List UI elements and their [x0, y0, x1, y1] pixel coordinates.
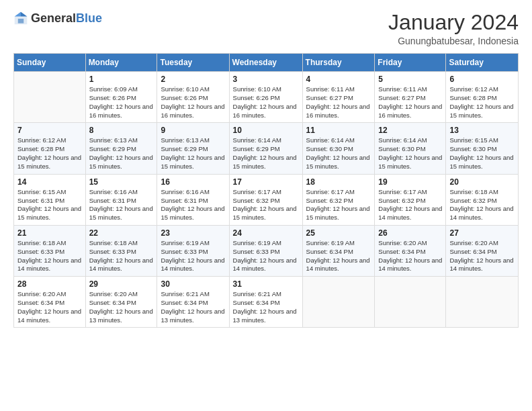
calendar-week-row: 21Sunrise: 6:18 AMSunset: 6:33 PMDayligh…: [14, 225, 519, 276]
day-number: 16: [161, 177, 225, 187]
weekday-row: SundayMondayTuesdayWednesdayThursdayFrid…: [14, 54, 519, 72]
weekday-header: Monday: [85, 54, 157, 72]
calendar-cell: 10Sunrise: 6:14 AMSunset: 6:29 PMDayligh…: [229, 123, 302, 174]
calendar-cell: 19Sunrise: 6:17 AMSunset: 6:32 PMDayligh…: [375, 174, 446, 225]
calendar-cell: 22Sunrise: 6:18 AMSunset: 6:33 PMDayligh…: [85, 225, 157, 276]
calendar-cell: 27Sunrise: 6:20 AMSunset: 6:34 PMDayligh…: [446, 225, 519, 276]
calendar-cell: 17Sunrise: 6:17 AMSunset: 6:32 PMDayligh…: [229, 174, 302, 225]
calendar-cell: 20Sunrise: 6:18 AMSunset: 6:32 PMDayligh…: [446, 174, 519, 225]
weekday-header: Wednesday: [229, 54, 302, 72]
calendar-cell: 16Sunrise: 6:16 AMSunset: 6:31 PMDayligh…: [157, 174, 229, 225]
svg-marker-2: [15, 12, 21, 17]
day-info: Sunrise: 6:18 AMSunset: 6:33 PMDaylight:…: [17, 239, 82, 273]
calendar-cell: [14, 72, 86, 123]
day-info: Sunrise: 6:20 AMSunset: 6:34 PMDaylight:…: [89, 290, 154, 324]
day-info: Sunrise: 6:11 AMSunset: 6:27 PMDaylight:…: [378, 85, 442, 120]
calendar-cell: 28Sunrise: 6:20 AMSunset: 6:34 PMDayligh…: [14, 277, 86, 328]
day-number: 13: [449, 126, 515, 135]
day-info: Sunrise: 6:13 AMSunset: 6:29 PMDaylight:…: [161, 136, 225, 171]
day-info: Sunrise: 6:21 AMSunset: 6:34 PMDaylight:…: [161, 290, 225, 324]
logo-text: GeneralBlue: [31, 12, 102, 24]
day-number: 28: [17, 279, 82, 289]
page: GeneralBlue January 2024 Gunungbatubesar…: [0, 0, 532, 411]
header: GeneralBlue January 2024 Gunungbatubesar…: [13, 11, 519, 46]
calendar-cell: [302, 277, 375, 328]
day-number: 3: [233, 75, 299, 84]
day-number: 26: [378, 228, 442, 238]
weekday-header: Friday: [375, 54, 446, 72]
calendar-cell: 1Sunrise: 6:09 AMSunset: 6:26 PMDaylight…: [85, 72, 157, 123]
day-number: 12: [378, 126, 442, 135]
day-info: Sunrise: 6:19 AMSunset: 6:33 PMDaylight:…: [233, 239, 299, 273]
day-info: Sunrise: 6:17 AMSunset: 6:32 PMDaylight:…: [378, 188, 442, 222]
day-info: Sunrise: 6:15 AMSunset: 6:30 PMDaylight:…: [449, 136, 515, 171]
day-number: 25: [306, 228, 371, 238]
calendar-body: 1Sunrise: 6:09 AMSunset: 6:26 PMDaylight…: [14, 72, 519, 328]
calendar-cell: 2Sunrise: 6:10 AMSunset: 6:26 PMDaylight…: [157, 72, 229, 123]
calendar-cell: 4Sunrise: 6:11 AMSunset: 6:27 PMDaylight…: [302, 72, 375, 123]
calendar-cell: 25Sunrise: 6:19 AMSunset: 6:34 PMDayligh…: [302, 225, 375, 276]
day-number: 6: [449, 75, 515, 84]
calendar-cell: 5Sunrise: 6:11 AMSunset: 6:27 PMDaylight…: [375, 72, 446, 123]
day-info: Sunrise: 6:17 AMSunset: 6:32 PMDaylight:…: [233, 188, 299, 222]
calendar-title: January 2024: [388, 11, 519, 34]
day-number: 10: [233, 126, 299, 135]
calendar-header: SundayMondayTuesdayWednesdayThursdayFrid…: [14, 54, 519, 72]
calendar-cell: 18Sunrise: 6:17 AMSunset: 6:32 PMDayligh…: [302, 174, 375, 225]
day-info: Sunrise: 6:10 AMSunset: 6:26 PMDaylight:…: [233, 85, 299, 120]
day-info: Sunrise: 6:20 AMSunset: 6:34 PMDaylight:…: [17, 290, 82, 324]
weekday-header: Sunday: [14, 54, 86, 72]
calendar-cell: 12Sunrise: 6:14 AMSunset: 6:30 PMDayligh…: [375, 123, 446, 174]
day-number: 18: [306, 177, 371, 187]
day-number: 9: [161, 126, 225, 135]
calendar-week-row: 28Sunrise: 6:20 AMSunset: 6:34 PMDayligh…: [14, 277, 519, 328]
day-info: Sunrise: 6:20 AMSunset: 6:34 PMDaylight:…: [449, 239, 515, 273]
calendar-cell: 9Sunrise: 6:13 AMSunset: 6:29 PMDaylight…: [157, 123, 229, 174]
calendar-cell: 14Sunrise: 6:15 AMSunset: 6:31 PMDayligh…: [14, 174, 86, 225]
calendar-cell: 24Sunrise: 6:19 AMSunset: 6:33 PMDayligh…: [229, 225, 302, 276]
calendar-cell: [446, 277, 519, 328]
day-info: Sunrise: 6:17 AMSunset: 6:32 PMDaylight:…: [306, 188, 371, 222]
day-info: Sunrise: 6:15 AMSunset: 6:31 PMDaylight:…: [17, 188, 82, 222]
day-number: 27: [449, 228, 515, 238]
day-info: Sunrise: 6:12 AMSunset: 6:28 PMDaylight:…: [17, 136, 82, 171]
calendar-week-row: 7Sunrise: 6:12 AMSunset: 6:28 PMDaylight…: [14, 123, 519, 174]
logo-icon: [13, 11, 28, 26]
day-number: 11: [306, 126, 371, 135]
calendar-cell: 3Sunrise: 6:10 AMSunset: 6:26 PMDaylight…: [229, 72, 302, 123]
day-number: 29: [89, 279, 154, 289]
day-number: 19: [378, 177, 442, 187]
calendar-week-row: 14Sunrise: 6:15 AMSunset: 6:31 PMDayligh…: [14, 174, 519, 225]
calendar-cell: 11Sunrise: 6:14 AMSunset: 6:30 PMDayligh…: [302, 123, 375, 174]
logo: GeneralBlue: [13, 11, 102, 26]
calendar-cell: 8Sunrise: 6:13 AMSunset: 6:29 PMDaylight…: [85, 123, 157, 174]
day-number: 22: [89, 228, 154, 238]
weekday-header: Thursday: [302, 54, 375, 72]
weekday-header: Saturday: [446, 54, 519, 72]
day-number: 17: [233, 177, 299, 187]
calendar-cell: 7Sunrise: 6:12 AMSunset: 6:28 PMDaylight…: [14, 123, 86, 174]
day-info: Sunrise: 6:13 AMSunset: 6:29 PMDaylight:…: [89, 136, 154, 171]
calendar-cell: 30Sunrise: 6:21 AMSunset: 6:34 PMDayligh…: [157, 277, 229, 328]
day-info: Sunrise: 6:11 AMSunset: 6:27 PMDaylight:…: [306, 85, 371, 120]
day-info: Sunrise: 6:19 AMSunset: 6:34 PMDaylight:…: [306, 239, 371, 273]
calendar-table: SundayMondayTuesdayWednesdayThursdayFrid…: [13, 53, 519, 328]
day-info: Sunrise: 6:14 AMSunset: 6:29 PMDaylight:…: [233, 136, 299, 171]
calendar-cell: 15Sunrise: 6:16 AMSunset: 6:31 PMDayligh…: [85, 174, 157, 225]
calendar-week-row: 1Sunrise: 6:09 AMSunset: 6:26 PMDaylight…: [14, 72, 519, 123]
calendar-cell: [375, 277, 446, 328]
day-number: 1: [89, 75, 154, 84]
day-info: Sunrise: 6:19 AMSunset: 6:33 PMDaylight:…: [161, 239, 225, 273]
logo-blue: Blue: [76, 12, 102, 24]
calendar-cell: 21Sunrise: 6:18 AMSunset: 6:33 PMDayligh…: [14, 225, 86, 276]
day-info: Sunrise: 6:14 AMSunset: 6:30 PMDaylight:…: [378, 136, 442, 171]
day-info: Sunrise: 6:18 AMSunset: 6:32 PMDaylight:…: [449, 188, 515, 222]
svg-marker-1: [21, 12, 27, 17]
calendar-cell: 26Sunrise: 6:20 AMSunset: 6:34 PMDayligh…: [375, 225, 446, 276]
calendar-cell: 29Sunrise: 6:20 AMSunset: 6:34 PMDayligh…: [85, 277, 157, 328]
day-info: Sunrise: 6:18 AMSunset: 6:33 PMDaylight:…: [89, 239, 154, 273]
day-number: 4: [306, 75, 371, 84]
day-number: 5: [378, 75, 442, 84]
day-number: 31: [233, 279, 299, 289]
day-number: 30: [161, 279, 225, 289]
